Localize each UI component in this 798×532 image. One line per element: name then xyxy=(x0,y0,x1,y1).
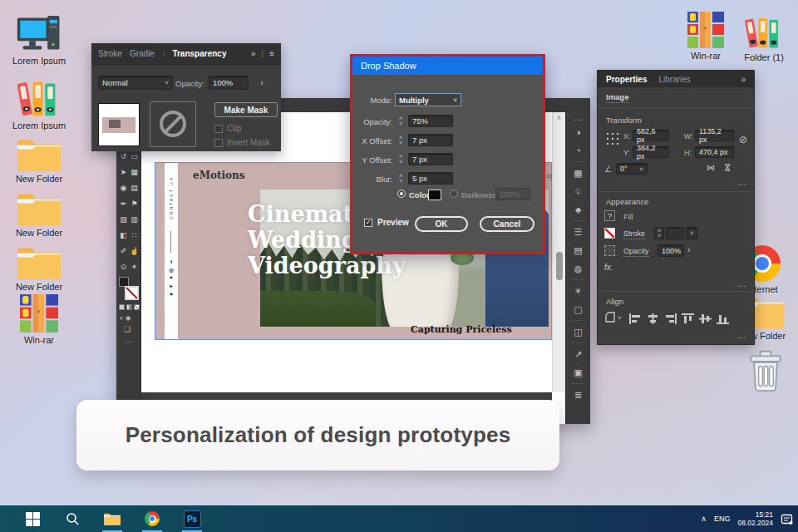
start-button[interactable] xyxy=(18,505,47,532)
pencil-tool-icon[interactable]: ✐ xyxy=(118,244,129,257)
mesh-tool-icon[interactable]: ▧ xyxy=(118,213,129,225)
taskbar-explorer-button[interactable] xyxy=(98,505,126,532)
hand-tool-icon[interactable]: ☝ xyxy=(129,244,140,257)
artboards-panel-icon[interactable]: ▣ xyxy=(570,364,587,381)
fill-stroke-control[interactable] xyxy=(119,277,139,300)
desktop-icon-winrar[interactable]: Win-rar xyxy=(12,294,66,345)
color-radio[interactable] xyxy=(397,190,406,198)
export-panel-icon[interactable]: ↗ xyxy=(570,346,587,362)
tray-chevron-icon[interactable]: ∧ xyxy=(701,515,707,523)
fill-unknown-icon[interactable]: ? xyxy=(604,210,615,221)
gradient-button[interactable] xyxy=(126,304,132,310)
taskbar-photoshop-button[interactable]: Ps xyxy=(178,505,206,532)
x-field[interactable]: 682,6 px xyxy=(633,130,669,141)
y-offset-stepper[interactable]: ˄ ˅ xyxy=(396,153,406,165)
clip-checkbox[interactable] xyxy=(214,125,223,133)
gradient-panel-icon[interactable]: ◔ xyxy=(570,142,587,159)
mode-dropdown[interactable]: Multiply ˅ xyxy=(395,93,461,106)
toolbar-overflow-icon[interactable]: … xyxy=(124,335,132,344)
desktop-icon-computer[interactable]: Lorem Ipsum xyxy=(12,13,66,66)
panel-menu-icon[interactable]: ≡ xyxy=(269,49,274,58)
transparency-panel-icon[interactable]: ◍ xyxy=(570,260,587,277)
preview-checkbox[interactable]: ✓ xyxy=(364,219,372,227)
step-down-icon[interactable]: ˅ xyxy=(399,121,402,126)
reference-point-icon[interactable] xyxy=(604,131,618,145)
appearance-panel-icon[interactable]: ☀ xyxy=(570,283,587,299)
invert-mask-checkbox[interactable] xyxy=(214,139,223,147)
desktop-icon-winrar-2[interactable]: Win-rar xyxy=(678,12,733,61)
y-offset-field[interactable]: 7 px xyxy=(408,153,453,165)
vertical-scrollbar[interactable]: ∧ xyxy=(552,112,565,392)
angle-dropdown[interactable]: 0° ˅ xyxy=(616,163,648,175)
mask-thumbnail-empty[interactable] xyxy=(150,101,196,147)
align-top-button[interactable] xyxy=(682,313,694,328)
appearance-more-icon[interactable]: … xyxy=(737,278,747,288)
transform-tool-icon[interactable]: ▭ xyxy=(129,150,140,162)
desktop-icon-folder1[interactable]: Folder (1) xyxy=(736,15,791,62)
dialog-title-bar[interactable]: Drop Shadow xyxy=(352,57,543,75)
desktop-icon-folder-1[interactable]: New Folder xyxy=(12,136,66,184)
flip-vertical-icon[interactable]: ⋈ xyxy=(723,164,732,172)
stroke-weight-stepper[interactable]: ˄ ˅ xyxy=(654,227,664,239)
stroke-weight-field[interactable] xyxy=(666,227,684,239)
w-field[interactable]: 1135,2 px xyxy=(695,130,734,141)
gradient-bar-panel-icon[interactable]: ▤ xyxy=(570,242,587,259)
ok-button[interactable]: OK xyxy=(415,216,468,232)
flip-horizontal-icon[interactable]: ⋈ xyxy=(707,163,715,172)
scroll-up-icon[interactable]: ∧ xyxy=(553,114,565,121)
opacity-swatch-icon[interactable] xyxy=(604,245,615,256)
tab-libraries[interactable]: Libraries xyxy=(658,75,690,84)
preview-row[interactable]: ✓ Preview xyxy=(364,218,409,227)
align-hcenter-button[interactable] xyxy=(647,313,659,328)
step-down-icon[interactable]: ˅ xyxy=(399,179,402,184)
y-field[interactable]: 384,2 px xyxy=(633,146,669,158)
scrollbar-thumb[interactable] xyxy=(556,252,563,280)
grid-tool-icon[interactable]: ∷ xyxy=(129,229,140,241)
align-left-button[interactable] xyxy=(629,313,642,328)
make-mask-button[interactable]: Make Mask xyxy=(214,102,278,117)
opacity-field[interactable]: 100% xyxy=(658,244,684,257)
pen-nib-tool-icon[interactable]: ✒ xyxy=(118,197,129,209)
warp-tool-icon[interactable]: ➤ xyxy=(118,165,129,178)
tab-gradient[interactable]: Gradie xyxy=(130,49,155,58)
frame-tool-icon[interactable]: ▦ xyxy=(129,165,140,178)
links-panel-icon[interactable]: ▢ xyxy=(570,301,587,318)
opacity-expand-icon[interactable]: › xyxy=(687,245,690,254)
invert-mask-checkbox-row[interactable]: Invert Mask xyxy=(214,138,270,147)
screen-mode-icon[interactable]: ❏ xyxy=(124,325,131,333)
object-thumbnail[interactable] xyxy=(98,103,140,146)
dock-overflow-icon[interactable]: … xyxy=(574,115,583,121)
step-down-icon[interactable]: ˅ xyxy=(399,140,402,145)
brushes-panel-icon[interactable]: ♧ xyxy=(570,183,587,200)
desktop-icon-trash[interactable] xyxy=(738,349,793,392)
align-to-dropdown[interactable]: ˅ xyxy=(604,312,622,323)
artboard-tool-icon[interactable]: ◧ xyxy=(118,229,129,241)
stroke-none-swatch[interactable] xyxy=(604,228,615,239)
graph-tool-icon[interactable]: ▥ xyxy=(129,213,140,225)
opacity-expand-icon[interactable]: › xyxy=(256,76,268,90)
blur-field[interactable]: 5 px xyxy=(408,172,453,185)
transform-more-icon[interactable]: … xyxy=(737,177,747,187)
panel-collapse-icon[interactable]: » xyxy=(741,75,746,84)
opacity-field[interactable]: 100% xyxy=(209,76,249,90)
color-button[interactable] xyxy=(119,304,125,310)
tab-transparency[interactable]: Transparency xyxy=(172,49,226,58)
shadow-color-swatch[interactable] xyxy=(428,190,441,200)
stroke-weight-dropdown[interactable]: ˅ xyxy=(686,227,697,239)
x-offset-field[interactable]: 7 px xyxy=(408,134,453,146)
gradient-tool-icon[interactable]: ▤ xyxy=(129,181,140,194)
tab-properties[interactable]: Properties xyxy=(606,75,647,84)
symbols-panel-icon[interactable]: ♣ xyxy=(570,201,587,218)
language-indicator[interactable]: ENG xyxy=(714,515,731,523)
tab-stroke[interactable]: Stroke xyxy=(98,49,122,58)
align-right-button[interactable] xyxy=(664,313,677,328)
blend-mode-dropdown[interactable]: Normal ˅ xyxy=(98,76,173,90)
cancel-button[interactable]: Cancel xyxy=(480,216,534,232)
desktop-icon-folder-3[interactable]: New Folder xyxy=(12,244,66,292)
swatches-panel-icon[interactable]: ▦ xyxy=(570,165,587,181)
taskbar-search-button[interactable] xyxy=(58,505,86,532)
color-mode-buttons[interactable] xyxy=(119,304,140,310)
align-bottom-button[interactable] xyxy=(717,313,729,328)
link-dimensions-icon[interactable]: ⊘ xyxy=(739,134,747,145)
color-panel-icon[interactable]: ◑ xyxy=(570,124,587,140)
